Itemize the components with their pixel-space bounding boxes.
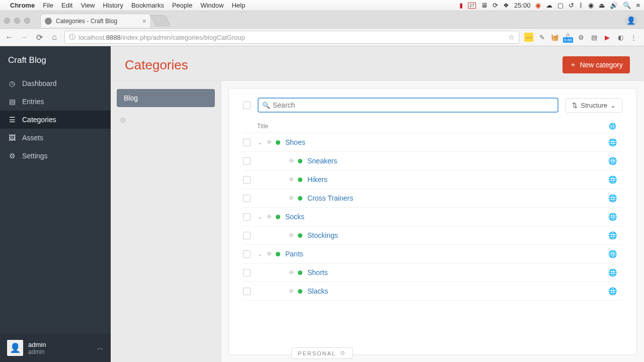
timer-text[interactable]: 25:00	[514, 2, 531, 9]
spotlight-icon[interactable]: 🔍	[623, 2, 631, 9]
sidebar-item-settings[interactable]: ⚙ Settings	[0, 147, 111, 165]
globe-icon[interactable]: 🌐	[602, 231, 622, 239]
expand-toggle-icon[interactable]: ⌄	[258, 214, 265, 220]
profile-avatar-icon[interactable]: 👤	[625, 15, 637, 27]
new-tab-button[interactable]	[150, 15, 171, 26]
extension-js-icon[interactable]: js 0.68	[564, 33, 573, 42]
sidebar-user[interactable]: 👤 admin admin ︿	[0, 334, 111, 362]
sidebar-item-categories[interactable]: ☰ Categories	[0, 111, 111, 129]
new-category-button[interactable]: ＋ New category	[562, 56, 630, 73]
globe-icon[interactable]: 🌐	[602, 213, 622, 221]
screenrec-icon[interactable]: ▮	[459, 2, 463, 9]
drag-handle-icon[interactable]: ✥	[289, 176, 294, 183]
drag-handle-icon[interactable]: ✥	[289, 288, 294, 295]
dropbox-icon[interactable]: ❖	[503, 2, 509, 9]
drag-handle-icon[interactable]: ✥	[289, 157, 294, 164]
menu-people[interactable]: People	[172, 2, 192, 9]
wifi-icon[interactable]: ◉	[588, 2, 594, 9]
drag-handle-icon[interactable]: ✥	[289, 232, 294, 239]
expand-toggle-icon[interactable]: ⌄	[258, 251, 265, 257]
category-title-link[interactable]: Pants	[285, 250, 602, 258]
row-checkbox[interactable]	[243, 213, 251, 221]
cloud-icon[interactable]: ☁	[546, 2, 552, 9]
chrome-menu-icon[interactable]: ⋮	[629, 33, 638, 42]
volume-icon[interactable]: 🔊	[610, 2, 618, 9]
group-settings-icon[interactable]: ⚙	[117, 116, 215, 124]
extension-1-icon[interactable]: ⋯	[524, 33, 533, 42]
bookmark-star-icon[interactable]: ☆	[508, 33, 515, 42]
gear-icon[interactable]: ⚙	[340, 350, 346, 356]
row-checkbox[interactable]	[243, 195, 251, 202]
menu-help[interactable]: Help	[232, 2, 246, 9]
globe-icon[interactable]: 🌐	[602, 175, 622, 184]
colorpicker-icon[interactable]: ✎	[537, 33, 546, 42]
browser-tab[interactable]: Categories - Craft Blog ×	[40, 14, 151, 28]
globe-icon[interactable]: 🌐	[602, 268, 622, 277]
menu-window[interactable]: Window	[200, 2, 223, 9]
row-checkbox[interactable]	[243, 269, 251, 277]
extension-5-icon[interactable]: ▤	[590, 33, 599, 42]
window-zoom-button[interactable]	[24, 18, 30, 24]
row-checkbox[interactable]	[243, 139, 251, 146]
globe-icon[interactable]: 🌐	[602, 287, 622, 295]
drag-handle-icon[interactable]: ✥	[289, 269, 294, 276]
row-checkbox[interactable]	[243, 157, 251, 165]
tomato-icon[interactable]: ◉	[535, 2, 541, 9]
category-title-link[interactable]: Hikers	[307, 175, 602, 184]
group-item-blog[interactable]: Blog	[117, 89, 215, 107]
sync-icon[interactable]: ⟳	[493, 2, 498, 9]
menu-history[interactable]: History	[103, 2, 123, 9]
category-title-link[interactable]: Shorts	[307, 268, 602, 277]
eject-icon[interactable]: ⏏	[599, 2, 605, 9]
menu-bookmarks[interactable]: Bookmarks	[131, 2, 164, 9]
category-title-link[interactable]: Socks	[285, 213, 602, 221]
menu-edit[interactable]: Edit	[61, 2, 72, 9]
row-checkbox[interactable]	[243, 288, 251, 295]
select-all-checkbox[interactable]	[243, 102, 251, 109]
drag-handle-icon[interactable]: ✥	[267, 250, 272, 257]
timemachine-icon[interactable]: ↺	[569, 2, 574, 9]
category-title-link[interactable]: Stockings	[307, 231, 602, 239]
drag-handle-icon[interactable]: ✥	[267, 139, 272, 146]
globe-icon[interactable]: 🌐	[602, 250, 622, 258]
menu-view[interactable]: View	[80, 2, 95, 9]
chevron-up-icon[interactable]: ︿	[97, 343, 104, 352]
category-title-link[interactable]: Sneakers	[307, 157, 602, 165]
window-close-button[interactable]	[4, 18, 10, 24]
personal-tag[interactable]: PERSONAL ⚙	[291, 347, 353, 359]
expand-toggle-icon[interactable]: ⌄	[258, 139, 265, 146]
display-icon[interactable]: 🖥	[481, 2, 488, 9]
menu-app[interactable]: Chrome	[10, 2, 35, 9]
search-input[interactable]	[258, 98, 558, 113]
sidebar-item-dashboard[interactable]: ◷ Dashboard	[0, 74, 111, 93]
sidebar-item-assets[interactable]: 🖼 Assets	[0, 129, 111, 147]
category-title-link[interactable]: Shoes	[285, 138, 602, 146]
globe-icon[interactable]: 🌐	[602, 138, 622, 146]
window-minimize-button[interactable]	[14, 18, 20, 24]
calendar-icon[interactable]: 27	[468, 3, 476, 9]
back-button[interactable]: ←	[4, 33, 14, 42]
site-info-icon[interactable]: ⓘ	[69, 33, 75, 42]
reload-button[interactable]: ⟳	[34, 33, 44, 42]
row-checkbox[interactable]	[243, 176, 251, 184]
row-checkbox[interactable]	[243, 232, 251, 239]
address-bar[interactable]: ⓘ localhost:8888/index.php/admin/categor…	[64, 31, 519, 44]
settings-gear-icon[interactable]: ⚙	[577, 33, 586, 42]
extension-3-icon[interactable]: 🧺	[550, 33, 559, 42]
category-title-link[interactable]: Cross Trainers	[307, 194, 602, 202]
notifications-icon[interactable]: ≡	[636, 2, 640, 9]
home-button[interactable]: ⌂	[49, 33, 59, 42]
drag-handle-icon[interactable]: ✥	[267, 213, 272, 220]
forward-button[interactable]: →	[19, 33, 29, 42]
category-title-link[interactable]: Slacks	[307, 287, 602, 295]
globe-icon[interactable]: 🌐	[602, 194, 622, 202]
sidebar-item-entries[interactable]: ▤ Entries	[0, 93, 111, 111]
menu-file[interactable]: File	[43, 2, 53, 9]
globe-icon[interactable]: 🌐	[602, 157, 622, 165]
extension-7-icon[interactable]: ◐	[616, 33, 625, 42]
row-checkbox[interactable]	[243, 250, 251, 258]
airplay-icon[interactable]: ▢	[557, 2, 564, 9]
bluetooth-icon[interactable]: ᛒ	[579, 2, 583, 9]
col-title-header[interactable]: Title	[257, 123, 602, 130]
extension-6-icon[interactable]: ▶	[603, 33, 612, 42]
